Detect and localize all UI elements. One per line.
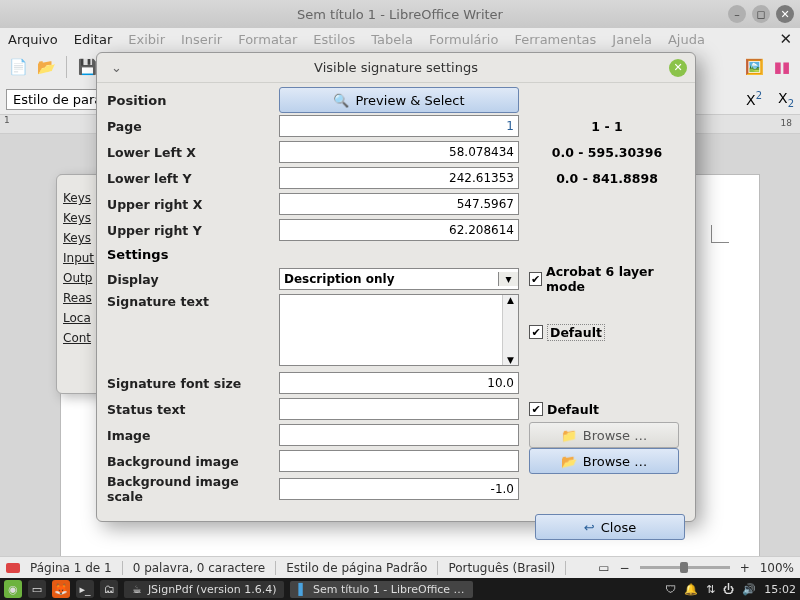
bg-scale-label: Background image scale <box>107 474 279 504</box>
tray-shield-icon[interactable]: 🛡 <box>665 583 676 596</box>
os-taskbar: ◉ ▭ 🦊 ▸_ 🗂 ☕ JSignPdf (version 1.6.4) ▌ … <box>0 578 800 600</box>
zoom-value[interactable]: 100% <box>760 561 794 575</box>
files-icon[interactable]: 🗂 <box>100 580 118 598</box>
writer-icon: ▌ <box>298 583 306 596</box>
page-label: Page <box>107 119 279 134</box>
sigtext-default-label: Default <box>547 324 605 341</box>
font-size-input[interactable] <box>279 372 519 394</box>
status-pagestyle[interactable]: Estilo de página Padrão <box>286 561 427 575</box>
acrobat6-checkbox[interactable]: ✔ <box>529 272 542 286</box>
toolbar-separator <box>66 56 67 78</box>
menu-ferramentas[interactable]: Ferramentas <box>514 32 596 47</box>
menu-inserir[interactable]: Inserir <box>181 32 222 47</box>
signature-text-label: Signature text <box>107 294 279 309</box>
signature-text-area[interactable]: ▲▼ <box>279 294 519 366</box>
bg-image-path-input[interactable] <box>279 450 519 472</box>
llx-range: 0.0 - 595.30396 <box>519 145 685 160</box>
bg-scale-input[interactable] <box>279 478 519 500</box>
display-select[interactable]: Description only ▾ <box>279 268 519 290</box>
book-view-icon[interactable]: ▭ <box>598 561 609 575</box>
window-close-button[interactable]: ✕ <box>776 5 794 23</box>
tray-network-icon[interactable]: ⇅ <box>706 583 715 596</box>
folder-icon: 📁 <box>561 428 577 443</box>
menu-formatar[interactable]: Formatar <box>238 32 297 47</box>
menu-formulario[interactable]: Formulário <box>429 32 498 47</box>
chevron-down-icon[interactable]: ⌄ <box>111 60 122 75</box>
page-margin-corner <box>711 225 729 243</box>
menu-editar[interactable]: Editar <box>74 32 113 47</box>
dropdown-arrow-icon: ▾ <box>498 272 518 286</box>
bg-image-browse-button[interactable]: 📂Browse … <box>529 448 679 474</box>
display-label: Display <box>107 272 279 287</box>
chart-icon[interactable]: ▮▮ <box>770 55 794 79</box>
dialog-titlebar[interactable]: ⌄ Visible signature settings ✕ <box>97 53 695 83</box>
upper-right-x-input[interactable] <box>279 193 519 215</box>
window-title: Sem título 1 - LibreOffice Writer <box>297 7 503 22</box>
open-icon[interactable]: 📂 <box>34 55 58 79</box>
image-browse-button[interactable]: 📁Browse … <box>529 422 679 448</box>
window-maximize-button[interactable]: ◻ <box>752 5 770 23</box>
lower-left-x-label: Lower Left X <box>107 145 279 160</box>
lower-left-x-input[interactable] <box>279 141 519 163</box>
sigtext-default-checkbox[interactable]: ✔ <box>529 325 543 339</box>
window-minimize-button[interactable]: – <box>728 5 746 23</box>
subscript-button[interactable]: X2 <box>778 90 794 109</box>
status-default-label: Default <box>547 402 599 417</box>
taskbar-libreoffice[interactable]: ▌ Sem título 1 - LibreOffice … <box>290 581 472 598</box>
terminal-icon[interactable]: ▸_ <box>76 580 94 598</box>
acrobat6-label: Acrobat 6 layer mode <box>546 264 685 294</box>
image-path-input[interactable] <box>279 424 519 446</box>
settings-section-label: Settings <box>107 247 685 262</box>
tray-bell-icon[interactable]: 🔔 <box>684 583 698 596</box>
menu-janela[interactable]: Janela <box>612 32 652 47</box>
lower-left-y-input[interactable] <box>279 167 519 189</box>
folder-open-icon: 📂 <box>561 454 577 469</box>
paragraph-style-combo[interactable]: Estilo de pará <box>6 89 109 110</box>
page-input[interactable] <box>279 115 519 137</box>
menu-ajuda[interactable]: Ajuda <box>668 32 705 47</box>
image-icon[interactable]: 🖼️ <box>742 55 766 79</box>
upper-right-x-label: Upper right X <box>107 197 279 212</box>
tray-clock[interactable]: 15:02 <box>764 583 796 596</box>
taskbar-jsignpdf[interactable]: ☕ JSignPdf (version 1.6.4) <box>124 581 284 598</box>
statusbar: Página 1 de 1 0 palavra, 0 caractere Est… <box>0 556 800 578</box>
firefox-icon[interactable]: 🦊 <box>52 580 70 598</box>
textarea-scrollbar[interactable]: ▲▼ <box>502 295 518 365</box>
start-menu-icon[interactable]: ◉ <box>4 580 22 598</box>
bg-image-label: Background image <box>107 454 279 469</box>
tray-power-icon[interactable]: ⏻ <box>723 583 734 596</box>
image-label: Image <box>107 428 279 443</box>
status-text-input[interactable] <box>279 398 519 420</box>
show-desktop-icon[interactable]: ▭ <box>28 580 46 598</box>
status-default-checkbox[interactable]: ✔ <box>529 402 543 416</box>
status-text-label: Status text <box>107 402 279 417</box>
status-language[interactable]: Português (Brasil) <box>448 561 555 575</box>
document-close-icon[interactable]: ✕ <box>779 30 792 48</box>
tray-volume-icon[interactable]: 🔊 <box>742 583 756 596</box>
lower-left-y-label: Lower left Y <box>107 171 279 186</box>
zoom-slider[interactable] <box>640 566 730 569</box>
status-page[interactable]: Página 1 de 1 <box>30 561 112 575</box>
dialog-close-button[interactable]: ✕ <box>669 59 687 77</box>
upper-right-y-input[interactable] <box>279 219 519 241</box>
modified-indicator-icon[interactable] <box>6 563 20 573</box>
visible-signature-settings-dialog: ⌄ Visible signature settings ✕ Position … <box>96 52 696 522</box>
back-arrow-icon: ↩ <box>584 520 595 535</box>
status-words[interactable]: 0 palavra, 0 caractere <box>133 561 266 575</box>
new-doc-icon[interactable]: 📄 <box>6 55 30 79</box>
zoom-in-icon[interactable]: + <box>740 561 750 575</box>
superscript-button[interactable]: X2 <box>746 90 762 109</box>
lly-range: 0.0 - 841.8898 <box>519 171 685 186</box>
upper-right-y-label: Upper right Y <box>107 223 279 238</box>
java-icon: ☕ <box>132 583 142 596</box>
menu-exibir[interactable]: Exibir <box>128 32 165 47</box>
position-section-label: Position <box>107 93 279 108</box>
magnifier-icon: 🔍 <box>333 93 349 108</box>
menu-arquivo[interactable]: Arquivo <box>8 32 58 47</box>
window-titlebar: Sem título 1 - LibreOffice Writer – ◻ ✕ <box>0 0 800 28</box>
zoom-out-icon[interactable]: − <box>620 561 630 575</box>
close-button[interactable]: ↩Close <box>535 514 685 540</box>
preview-select-button[interactable]: 🔍Preview & Select <box>279 87 519 113</box>
menu-tabela[interactable]: Tabela <box>371 32 413 47</box>
menu-estilos[interactable]: Estilos <box>313 32 355 47</box>
